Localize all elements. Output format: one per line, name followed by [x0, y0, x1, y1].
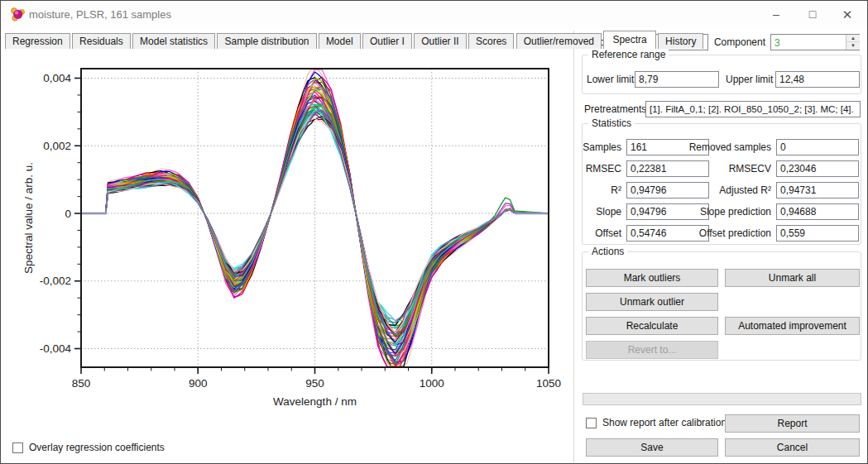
- overlay-regression-checkbox[interactable]: [12, 442, 23, 453]
- rmsecv-field[interactable]: 0,23046: [776, 160, 859, 177]
- actions-title: Actions: [588, 246, 627, 257]
- spectrum-line: [81, 87, 549, 353]
- slope-prediction-field[interactable]: 0,94688: [776, 203, 859, 220]
- maximize-button[interactable]: □: [794, 1, 831, 28]
- tab-model-statistics[interactable]: Model statistics: [132, 33, 215, 49]
- offset-label: Offset: [570, 225, 621, 242]
- spectrum-line: [81, 79, 549, 352]
- y-tick-label: 0,004: [43, 72, 71, 84]
- tab-residuals[interactable]: Residuals: [72, 33, 131, 49]
- adjusted-r2-field[interactable]: 0,94731: [776, 182, 859, 199]
- upper-limit-label: Upper limit: [726, 71, 773, 88]
- lower-limit-field[interactable]: 8,79: [635, 71, 719, 88]
- rmsecv-label: RMSECV: [679, 160, 771, 177]
- tab-outlier-removed[interactable]: Outlier/removed: [516, 33, 602, 49]
- r2-label: R²: [570, 182, 621, 199]
- save-button[interactable]: Save: [586, 438, 718, 457]
- automated-improvement-button[interactable]: Automated improvement: [725, 317, 860, 335]
- component-stepper[interactable]: 3 ▲ ▼: [770, 34, 860, 50]
- y-tick-label: 0: [65, 208, 71, 220]
- minimize-button[interactable]: –: [758, 1, 794, 28]
- y-tick-label: 0,002: [43, 140, 71, 152]
- spectrum-line: [81, 99, 549, 334]
- overlay-regression-checkbox-row: Overlay regression coefficients: [12, 442, 165, 453]
- unmark-all-button[interactable]: Unmark all: [725, 269, 860, 287]
- removed-samples-label: Removed samples: [679, 139, 771, 155]
- unmark-outlier-button[interactable]: Unmark outlier: [586, 293, 718, 311]
- show-report-label: Show report after calibration: [602, 417, 727, 428]
- tab-regression[interactable]: Regression: [5, 33, 70, 49]
- y-tick-label: -0,004: [40, 342, 72, 355]
- close-button[interactable]: ✕: [829, 1, 866, 28]
- revert-to-button: Revert to...: [586, 341, 718, 359]
- pretreatments-field[interactable]: [1]. FiltA_0,1; [2]. ROI_850_1050_2; [3]…: [645, 101, 861, 117]
- x-tick-label: 850: [72, 377, 91, 390]
- report-button[interactable]: Report: [725, 414, 860, 433]
- spectra-chart[interactable]: 850900950100010500,0040,0020-0,002-0,004…: [1, 47, 573, 464]
- spectrum-line: [81, 89, 549, 343]
- mark-outliers-button[interactable]: Mark outliers: [586, 269, 718, 287]
- progress-bar: [583, 393, 861, 405]
- spectra-tab-page: 850900950100010500,0040,0020-0,002-0,004…: [1, 47, 573, 464]
- tab-strip: Regression Residuals Model statistics Sa…: [5, 31, 703, 48]
- component-down-icon[interactable]: ▼: [846, 42, 860, 50]
- cancel-button[interactable]: Cancel: [725, 438, 860, 457]
- x-tick-label: 1000: [420, 377, 444, 390]
- spectrum-line: [81, 110, 549, 336]
- offset-prediction-label: Offset prediction: [679, 225, 771, 242]
- adjusted-r2-label: Adjusted R²: [679, 182, 771, 199]
- y-tick-label: -0,002: [40, 275, 71, 287]
- reference-range-title: Reference range: [588, 49, 669, 60]
- show-report-checkbox-row: Show report after calibration: [586, 417, 727, 428]
- spectrum-line: [81, 119, 549, 332]
- x-tick-label: 1050: [536, 377, 561, 390]
- x-tick-label: 950: [305, 377, 324, 390]
- tab-outlier-2[interactable]: Outlier II: [414, 33, 466, 49]
- removed-samples-field[interactable]: 0: [776, 139, 859, 155]
- offset-prediction-field[interactable]: 0,559: [776, 225, 859, 242]
- tab-model[interactable]: Model: [319, 33, 361, 49]
- component-value: 3: [774, 36, 780, 50]
- component-label: Component: [711, 34, 765, 50]
- samples-label: Samples: [570, 139, 621, 155]
- tab-spectra[interactable]: Spectra: [603, 31, 655, 49]
- statistics-title: Statistics: [588, 117, 635, 129]
- tab-outlier-1[interactable]: Outlier I: [362, 33, 412, 49]
- component-spin-buttons: ▲ ▼: [846, 35, 859, 50]
- window-title: moisture, PLSR, 161 samples: [29, 8, 171, 21]
- pane-divider: [573, 31, 574, 462]
- tab-sample-distribution[interactable]: Sample distribution: [217, 33, 316, 49]
- x-tick-label: 900: [189, 377, 208, 390]
- pretreatments-label: Pretreatments: [584, 101, 646, 117]
- lower-limit-label: Lower limit: [587, 71, 634, 88]
- x-axis-title: Wavelength / nm: [273, 395, 357, 408]
- slope-label: Slope: [570, 203, 621, 220]
- y-axis-title: Spectral value / arb. u.: [22, 162, 35, 274]
- upper-limit-field[interactable]: 12,48: [775, 71, 860, 88]
- tab-scores[interactable]: Scores: [468, 33, 514, 49]
- tab-history[interactable]: History: [658, 33, 703, 49]
- title-bar[interactable]: moisture, PLSR, 161 samples – □ ✕: [1, 1, 867, 28]
- show-report-checkbox[interactable]: [586, 418, 597, 428]
- spectrum-line: [81, 97, 549, 350]
- rmsec-label: RMSEC: [570, 160, 621, 177]
- slope-prediction-label: Slope prediction: [679, 203, 771, 220]
- app-molecule-icon: [10, 7, 26, 22]
- component-up-icon[interactable]: ▲: [846, 35, 860, 42]
- overlay-regression-label: Overlay regression coefficients: [29, 442, 165, 453]
- recalculate-button[interactable]: Recalculate: [586, 317, 718, 335]
- model-window: moisture, PLSR, 161 samples – □ ✕ Regres…: [0, 0, 868, 464]
- spectrum-line: [81, 92, 549, 356]
